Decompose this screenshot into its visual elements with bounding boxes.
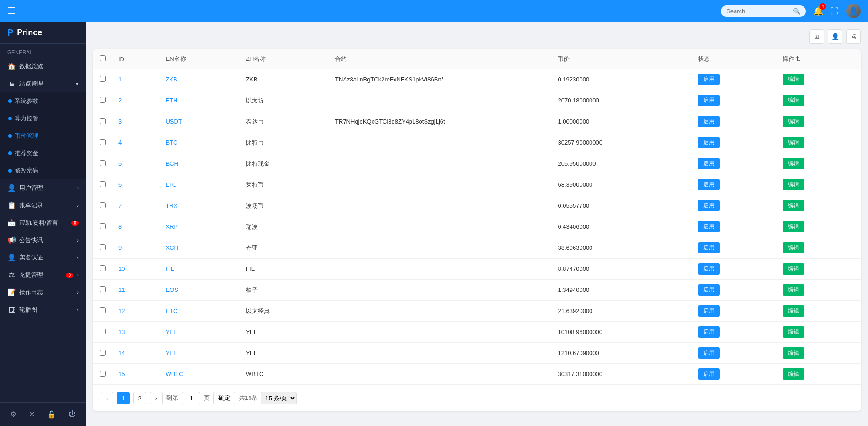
row-select-checkbox[interactable] (100, 118, 106, 124)
row-zh: FIL (240, 259, 329, 280)
row-select-checkbox[interactable] (100, 329, 106, 334)
edit-button[interactable]: 编辑 (783, 368, 804, 380)
search-icon[interactable]: 🔍 (793, 8, 800, 15)
edit-button[interactable]: 编辑 (783, 179, 804, 190)
next-page-button[interactable]: › (150, 392, 163, 404)
sidebar-item-carousel[interactable]: 🖼 轮播图 › (0, 301, 86, 318)
edit-button[interactable]: 编辑 (783, 284, 804, 296)
edit-button[interactable]: 编辑 (783, 347, 804, 359)
edit-button[interactable]: 编辑 (783, 116, 804, 127)
lock-icon[interactable]: 🔒 (43, 408, 60, 421)
sidebar-item-real-name-auth[interactable]: 👤 实名认证 › (0, 249, 86, 266)
status-button[interactable]: 启用 (698, 263, 720, 275)
row-select-checkbox[interactable] (100, 307, 106, 313)
sidebar-item-referral-bonus[interactable]: 推荐奖金 (0, 145, 86, 162)
edit-button[interactable]: 编辑 (783, 326, 804, 338)
page-1-button[interactable]: 1 (117, 392, 130, 404)
row-select-checkbox[interactable] (100, 76, 106, 82)
status-button[interactable]: 启用 (698, 137, 720, 148)
sort-icon: ⇅ (796, 55, 801, 62)
status-button[interactable]: 启用 (698, 200, 720, 211)
row-select-checkbox[interactable] (100, 202, 106, 208)
status-button[interactable]: 启用 (698, 95, 720, 106)
th-contract: 合约 (329, 49, 551, 69)
table-row: 10 FIL FIL 8.87470000 启用 编辑 (93, 259, 861, 280)
edit-button[interactable]: 编辑 (783, 263, 804, 275)
print-button[interactable]: 🖨 (846, 29, 861, 44)
sidebar-item-account-records[interactable]: 📋 账单记录 › (0, 197, 86, 214)
edit-button[interactable]: 编辑 (783, 74, 804, 85)
row-checkbox (93, 216, 112, 237)
expand-icon[interactable]: ⛶ (831, 6, 839, 16)
sidebar-item-announcements[interactable]: 📢 公告快讯 › (0, 232, 86, 249)
person-view-button[interactable]: 👤 (828, 29, 842, 44)
sidebar-label-dashboard: 数据总览 (19, 62, 79, 70)
row-select-checkbox[interactable] (100, 160, 106, 166)
row-select-checkbox[interactable] (100, 223, 106, 229)
hamburger-icon[interactable]: ☰ (7, 5, 16, 16)
th-price: 币价 (551, 49, 691, 69)
edit-button[interactable]: 编辑 (783, 305, 804, 317)
row-id: 15 (112, 364, 159, 385)
row-checkbox (93, 259, 112, 280)
sidebar-item-operation-log[interactable]: 📝 操作日志 › (0, 284, 86, 301)
row-action: 编辑 (776, 322, 861, 343)
sidebar-item-currency-management[interactable]: 币种管理 (0, 127, 86, 145)
status-button[interactable]: 启用 (698, 326, 720, 338)
row-en: BTC (159, 132, 240, 153)
row-select-checkbox[interactable] (100, 265, 106, 271)
edit-button[interactable]: 编辑 (783, 95, 804, 106)
row-id: 11 (112, 280, 159, 301)
status-button[interactable]: 启用 (698, 242, 720, 253)
row-contract (329, 280, 551, 301)
table-card: ID EN名称 ZH名称 合约 币价 状态 操作 ⇅ 1 ZKB ZKB TNA… (93, 49, 861, 411)
page-2-button[interactable]: 2 (133, 392, 146, 404)
grid-view-button[interactable]: ⊞ (809, 29, 824, 44)
prev-page-button[interactable]: ‹ (101, 392, 113, 404)
status-button[interactable]: 启用 (698, 179, 720, 190)
close-icon[interactable]: ✕ (25, 408, 38, 421)
settings-icon[interactable]: ⚙ (6, 408, 20, 421)
sidebar-item-mining-control[interactable]: 算力控管 (0, 110, 86, 127)
status-button[interactable]: 启用 (698, 368, 720, 380)
select-all-checkbox[interactable] (100, 55, 106, 61)
goto-confirm-button[interactable]: 确定 (213, 392, 235, 404)
row-select-checkbox[interactable] (100, 350, 106, 356)
sidebar-item-dashboard[interactable]: 🏠 数据总览 (0, 58, 86, 75)
sidebar-item-help-messages[interactable]: 📩 帮助/资料/留言 0 (0, 214, 86, 232)
power-icon[interactable]: ⏻ (65, 408, 80, 421)
row-status: 启用 (692, 69, 776, 90)
search-input[interactable] (726, 8, 790, 15)
bill-icon: 📋 (7, 201, 16, 210)
per-page-select[interactable]: 15 条/页 20 条/页 50 条/页 (261, 392, 297, 404)
status-button[interactable]: 启用 (698, 158, 720, 169)
goto-page-input[interactable] (182, 392, 200, 404)
edit-button[interactable]: 编辑 (783, 158, 804, 169)
avatar[interactable]: 👤 (846, 4, 861, 18)
sidebar-item-system-params[interactable]: 系统参数 (0, 92, 86, 110)
edit-button[interactable]: 编辑 (783, 200, 804, 211)
row-select-checkbox[interactable] (100, 97, 106, 103)
edit-button[interactable]: 编辑 (783, 137, 804, 148)
sidebar-item-change-password[interactable]: 修改密码 (0, 162, 86, 179)
row-select-checkbox[interactable] (100, 139, 106, 145)
status-button[interactable]: 启用 (698, 305, 720, 317)
row-select-checkbox[interactable] (100, 371, 106, 377)
sidebar-item-site-management[interactable]: 🖥 站点管理 ▾ (0, 75, 86, 92)
row-price: 30257.90000000 (551, 132, 691, 153)
edit-button[interactable]: 编辑 (783, 242, 804, 253)
status-button[interactable]: 启用 (698, 284, 720, 296)
sidebar-item-deposit-management[interactable]: ⚖ 充提管理 0 › (0, 266, 86, 284)
status-button[interactable]: 启用 (698, 116, 720, 127)
row-select-checkbox[interactable] (100, 244, 106, 250)
status-button[interactable]: 启用 (698, 74, 720, 85)
row-select-checkbox[interactable] (100, 286, 106, 292)
edit-button[interactable]: 编辑 (783, 221, 804, 232)
status-button[interactable]: 启用 (698, 221, 720, 232)
row-select-checkbox[interactable] (100, 181, 106, 187)
row-en: TRX (159, 195, 240, 216)
notification-icon[interactable]: 🔔 4 (813, 6, 823, 16)
row-price: 0.43406000 (551, 216, 691, 237)
status-button[interactable]: 启用 (698, 347, 720, 359)
sidebar-item-user-management[interactable]: 👤 用户管理 › (0, 179, 86, 197)
